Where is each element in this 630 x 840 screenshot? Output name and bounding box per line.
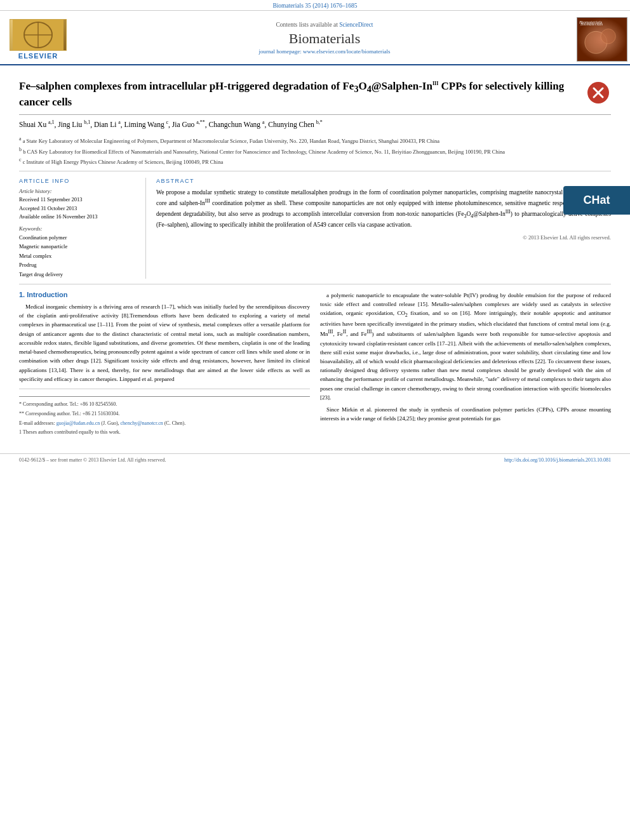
keywords-list: Coordination polymer Magnetic nanopartic… <box>19 233 138 279</box>
introduction-text: Medical inorganic chemistry is a thrivin… <box>19 302 310 383</box>
crossmark-icon <box>587 82 609 103</box>
affiliation-a: a a State Key Laboratory of Molecular En… <box>19 135 611 145</box>
author-line: Shuai Xu a,1, Jing Liu b,1, Dian Li a, L… <box>19 119 611 130</box>
header-right: Biomaterials <box>573 15 630 64</box>
received-date: Received 11 September 2013 <box>19 196 138 204</box>
keywords-label: Keywords: <box>19 225 138 232</box>
journal-cover-thumbnail: Biomaterials <box>577 17 627 62</box>
keyword-3: Metal complex <box>19 251 138 260</box>
article-info-heading: ARTICLE INFO <box>19 178 138 184</box>
intro-continuation-column: a polymeric nanoparticle to encapsulate … <box>320 291 611 438</box>
accepted-date: Accepted 31 October 2013 <box>19 204 138 213</box>
intro-continuation-text: a polymeric nanoparticle to encapsulate … <box>320 291 611 423</box>
page: Biomaterials 35 (2014) 1676–1685 ELSEVIE… <box>0 0 630 840</box>
bottom-bar: 0142-9612/$ – see front matter © 2013 El… <box>0 453 630 466</box>
affiliation-c: c c Institute of High Energy Physics Chi… <box>19 156 611 166</box>
introduction-heading: 1. Introduction <box>19 291 310 298</box>
main-content: Fe–salphen complexes from intracellular … <box>0 65 630 450</box>
body-columns: 1. Introduction Medical inorganic chemis… <box>19 284 611 443</box>
abstract-column: ABSTRACT We propose a modular synthetic … <box>156 178 611 279</box>
contents-line: Contents lists available at ScienceDirec… <box>276 22 373 28</box>
footnote-3: E-mail addresses: guojia@fudan.edu.cn (J… <box>19 420 310 428</box>
journal-header: ELSEVIER Contents lists available at Sci… <box>0 11 630 65</box>
doi-link[interactable]: http://dx.doi.org/10.1016/j.biomaterials… <box>504 457 611 463</box>
leading-word: leading <box>293 340 311 346</box>
email-link-chen[interactable]: chenchy@nanotcr.cn <box>121 420 163 426</box>
article-info-abstract: ARTICLE INFO Article history: Received 1… <box>19 171 611 284</box>
header-center: Contents lists available at ScienceDirec… <box>76 15 573 64</box>
chat-badge[interactable]: CHat <box>563 186 630 215</box>
sciencedirect-link[interactable]: ScienceDirect <box>339 22 373 28</box>
affiliations-section: a a State Key Laboratory of Molecular En… <box>19 133 611 171</box>
header-left: ELSEVIER <box>0 15 76 64</box>
keyword-2: Magnetic nanoparticle <box>19 242 138 251</box>
footnote-4: 1 Theses authors contributed equally to … <box>19 429 310 437</box>
svg-text:Biomaterials: Biomaterials <box>580 22 603 26</box>
footnote-2: ** Corresponding author. Tel.: +86 21 51… <box>19 410 310 418</box>
elsevier-brand-text: ELSEVIER <box>18 52 58 60</box>
footnote-1: * Corresponding author. Tel.: +86 10 825… <box>19 401 310 409</box>
svg-point-6 <box>601 29 615 43</box>
keyword-4: Prodrug <box>19 260 138 269</box>
affiliation-b: b b CAS Key Laboratory for Biomedical Ef… <box>19 146 611 156</box>
crossmark-area <box>586 79 611 103</box>
abstract-heading: ABSTRACT <box>156 178 611 184</box>
introduction-column: 1. Introduction Medical inorganic chemis… <box>19 291 310 438</box>
article-dates: Received 11 September 2013 Accepted 31 O… <box>19 196 138 222</box>
elsevier-logo-image <box>10 19 67 51</box>
journal-ref-text: Biomaterials 35 (2014) 1676–1685 <box>272 3 357 9</box>
journal-homepage: journal homepage: www.elsevier.com/locat… <box>259 48 391 55</box>
article-title-text: Fe–salphen complexes from intracellular … <box>19 79 586 109</box>
issn-text: 0142-9612/$ – see front matter © 2013 El… <box>19 457 166 463</box>
keyword-5: Target drug delivery <box>19 270 138 279</box>
journal-name: Biomaterials <box>289 30 360 47</box>
footnotes: * Corresponding author. Tel.: +86 10 825… <box>19 389 310 437</box>
email-link-guo[interactable]: guojia@fudan.edu.cn <box>57 420 100 426</box>
article-history-label: Article history: <box>19 188 138 194</box>
authors-section: Shuai Xu a,1, Jing Liu b,1, Dian Li a, L… <box>19 115 611 133</box>
abstract-text: We propose a modular synthetic strategy … <box>156 188 611 242</box>
article-info-column: ARTICLE INFO Article history: Received 1… <box>19 178 146 279</box>
available-date: Available online 16 November 2013 <box>19 213 138 222</box>
footnote-divider <box>19 396 310 397</box>
article-title-section: Fe–salphen complexes from intracellular … <box>19 72 611 115</box>
keyword-1: Coordination polymer <box>19 233 138 242</box>
elsevier-logo: ELSEVIER <box>10 19 67 60</box>
journal-reference-bar: Biomaterials 35 (2014) 1676–1685 <box>0 0 630 11</box>
contents-prefix: Contents lists available at <box>276 22 339 28</box>
chat-badge-label: CHat <box>583 194 610 207</box>
copyright-text: © 2013 Elsevier Ltd. All rights reserved… <box>156 234 611 242</box>
article-title: Fe–salphen complexes from intracellular … <box>19 79 579 109</box>
